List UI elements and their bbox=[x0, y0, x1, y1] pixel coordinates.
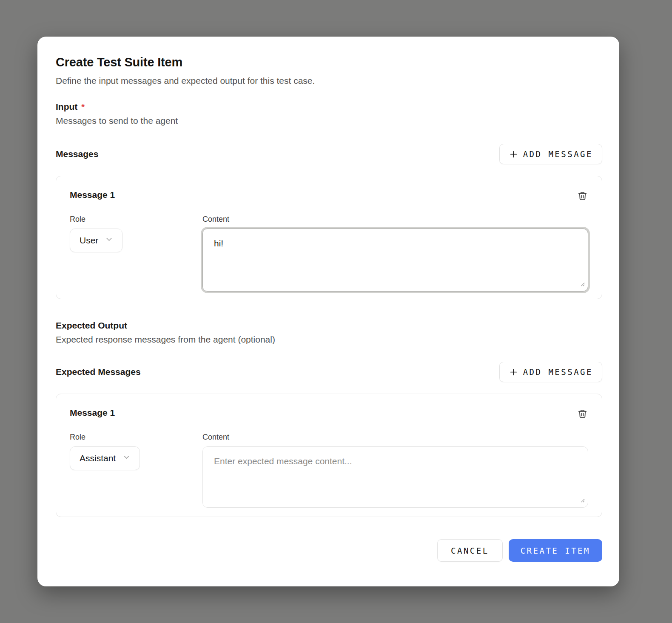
chevron-down-icon bbox=[122, 453, 131, 464]
trash-icon bbox=[578, 196, 587, 203]
role-select[interactable]: User bbox=[70, 229, 122, 252]
expected-content-textarea[interactable] bbox=[202, 446, 588, 508]
expected-output-description: Expected response messages from the agen… bbox=[56, 334, 602, 345]
messages-label: Messages bbox=[56, 149, 98, 159]
create-test-suite-item-dialog: Create Test Suite Item Define the input … bbox=[37, 37, 619, 586]
dialog-title: Create Test Suite Item bbox=[56, 55, 602, 69]
required-asterisk: * bbox=[81, 102, 85, 112]
add-message-button-label: ADD MESSAGE bbox=[523, 149, 593, 159]
content-label: Content bbox=[202, 433, 588, 442]
role-select-value: Assistant bbox=[80, 453, 116, 463]
add-message-button[interactable]: ADD MESSAGE bbox=[499, 144, 602, 164]
add-expected-message-button-label: ADD MESSAGE bbox=[523, 367, 593, 377]
add-expected-message-button[interactable]: ADD MESSAGE bbox=[499, 362, 602, 382]
trash-icon bbox=[578, 414, 587, 420]
expected-message-card: Message 1 Role Assistant bbox=[56, 394, 602, 517]
content-label: Content bbox=[202, 215, 588, 224]
plus-icon bbox=[509, 367, 518, 377]
message-content-textarea[interactable]: hi! bbox=[202, 229, 588, 291]
input-message-card: Message 1 Role User bbox=[56, 176, 602, 299]
input-label: Input bbox=[56, 102, 77, 112]
message-title: Message 1 bbox=[70, 190, 115, 200]
plus-icon bbox=[509, 149, 518, 159]
expected-output-label: Expected Output bbox=[56, 320, 602, 331]
delete-message-button[interactable] bbox=[577, 190, 588, 203]
create-item-button[interactable]: CREATE ITEM bbox=[509, 539, 602, 562]
expected-role-select[interactable]: Assistant bbox=[70, 446, 140, 470]
expected-messages-label: Expected Messages bbox=[56, 367, 141, 377]
role-select-value: User bbox=[80, 235, 98, 246]
role-label: Role bbox=[70, 433, 202, 442]
cancel-button[interactable]: CANCEL bbox=[437, 539, 503, 562]
dialog-subtitle: Define the input messages and expected o… bbox=[56, 76, 602, 86]
delete-expected-message-button[interactable] bbox=[577, 408, 588, 421]
input-description: Messages to send to the agent bbox=[56, 116, 602, 126]
message-title: Message 1 bbox=[70, 408, 115, 418]
role-label: Role bbox=[70, 215, 202, 224]
chevron-down-icon bbox=[105, 235, 114, 246]
